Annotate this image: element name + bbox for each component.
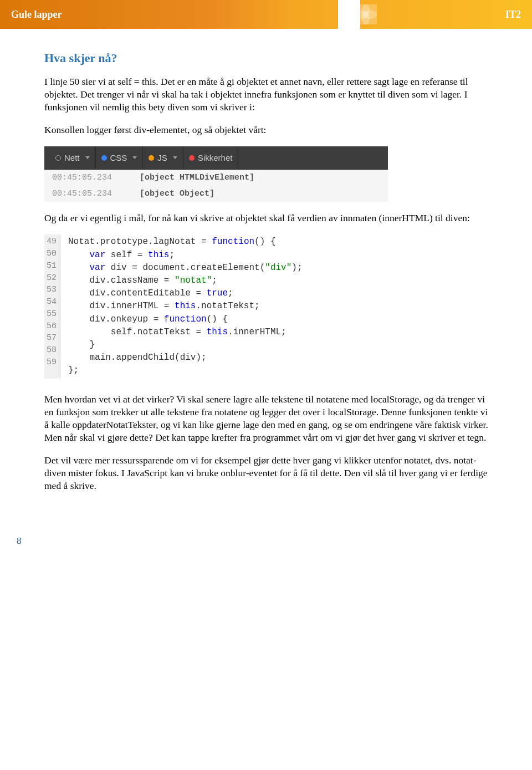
- tab-label: Sikkerhet: [198, 153, 233, 162]
- code-screenshot: 49 50 51 52 53 54 55 56 57 58 59 Notat.p…: [44, 234, 360, 378]
- page-header: Gule lapper IT2: [0, 0, 532, 29]
- tab-sikkerhet[interactable]: Sikkerhet: [183, 146, 239, 169]
- console-tabs: Nett CSS JS Sikkerhet: [44, 146, 388, 170]
- header-title-right: IT2: [505, 9, 521, 21]
- tab-css[interactable]: CSS: [96, 146, 144, 169]
- tab-label: Nett: [64, 153, 80, 162]
- console-row: 00:45:05.234 [object HTMLDivElement]: [44, 170, 388, 186]
- paragraph: Og da er vi egentlig i mål, for nå kan v…: [44, 212, 493, 225]
- tab-nett[interactable]: Nett: [50, 146, 96, 169]
- section-heading: Hva skjer nå?: [44, 51, 493, 65]
- tab-label: JS: [157, 153, 167, 162]
- tab-label: CSS: [110, 153, 127, 162]
- console-row: 00:45:05.234 [object Object]: [44, 186, 388, 202]
- timestamp: 00:45:05.234: [52, 173, 112, 182]
- chevron-down-icon: [132, 156, 137, 159]
- console-screenshot: Nett CSS JS Sikkerhet 00:45:05.234 [obje: [44, 146, 388, 202]
- page-number: 8: [17, 536, 22, 547]
- line-number-gutter: 49 50 51 52 53 54 55 56 57 58 59: [44, 234, 60, 378]
- paragraph: Det vil være mer ressurssparende om vi f…: [44, 454, 493, 492]
- paragraph: I linje 50 sier vi at self = this. Det e…: [44, 75, 493, 114]
- paragraph: Men hvordan vet vi at det virker? Vi ska…: [44, 393, 493, 444]
- log-message: [object Object]: [140, 189, 214, 198]
- circle-icon: [149, 155, 154, 161]
- circle-icon: [55, 155, 61, 161]
- code-content: Notat.prototype.lagNotat = function() { …: [60, 234, 302, 378]
- console-output: 00:45:05.234 [object HTMLDivElement] 00:…: [44, 170, 388, 202]
- chevron-down-icon: [173, 156, 177, 159]
- circle-icon: [101, 155, 107, 161]
- paragraph: Konsollen logger først div-elementet, og…: [44, 124, 493, 136]
- page-footer: 8: [0, 536, 532, 558]
- tab-js[interactable]: JS: [143, 146, 183, 169]
- page-content: Hva skjer nå? I linje 50 sier vi at self…: [0, 29, 532, 536]
- chevron-down-icon: [85, 156, 90, 159]
- timestamp: 00:45:05.234: [52, 189, 112, 198]
- header-title-left: Gule lapper: [11, 9, 62, 21]
- circle-icon: [189, 155, 195, 161]
- log-message: [object HTMLDivElement]: [140, 173, 254, 182]
